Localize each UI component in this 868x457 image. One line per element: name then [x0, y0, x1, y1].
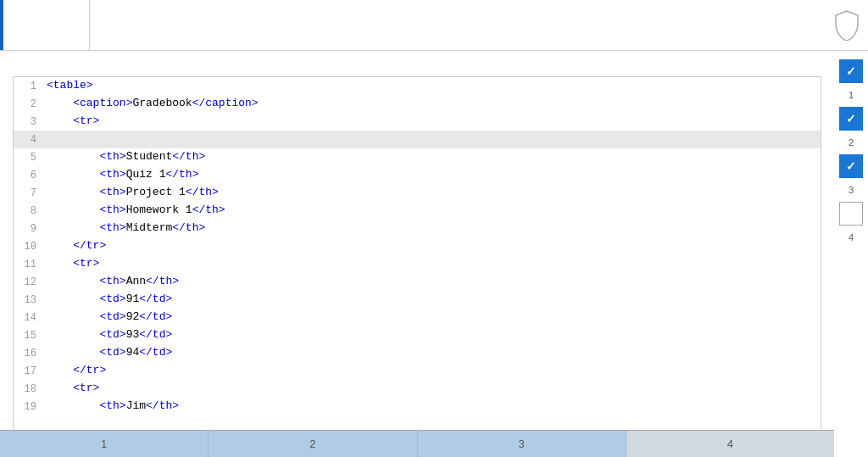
code-line[interactable]: 19 <th>Jim</th>	[14, 398, 821, 415]
steps-sidebar: 1 2 3 4	[834, 51, 868, 242]
line-content[interactable]: <tr>	[43, 255, 821, 273]
line-number: 1	[14, 77, 43, 95]
line-number: 17	[14, 362, 43, 380]
line-content[interactable]: <caption>Gradebook</caption>	[43, 95, 821, 113]
code-editor[interactable]: 1<table>2 <caption>Gradebook</caption>3 …	[13, 76, 821, 457]
shield-icon-container	[826, 0, 868, 50]
line-content[interactable]: <table>	[43, 77, 821, 95]
line-content[interactable]: <th>Project 1</th>	[43, 184, 821, 202]
step-1-label: 1	[849, 90, 854, 100]
line-content[interactable]: </tr>	[43, 362, 821, 380]
line-number: 18	[14, 380, 43, 398]
tab-4[interactable]: 4	[626, 431, 834, 457]
line-number: 2	[14, 95, 43, 113]
line-number: 11	[14, 255, 43, 273]
line-number: 13	[14, 291, 43, 309]
line-content[interactable]: </tr>	[43, 237, 821, 255]
line-content[interactable]: <th>Midterm</th>	[43, 220, 821, 237]
line-number: 4	[14, 131, 43, 148]
line-number: 14	[14, 309, 43, 326]
page-title	[89, 0, 826, 50]
code-line[interactable]: 13 <td>91</td>	[14, 291, 821, 309]
code-line[interactable]: 6 <th>Quiz 1</th>	[14, 166, 821, 184]
step-4-label: 4	[849, 232, 854, 242]
tab-1[interactable]: 1	[0, 431, 209, 457]
line-content[interactable]: <td>92</td>	[43, 309, 821, 326]
step-2-label: 2	[849, 137, 854, 148]
line-content[interactable]: <th>Quiz 1</th>	[43, 166, 821, 184]
line-content[interactable]: <tr>	[43, 113, 821, 131]
code-line[interactable]: 5 <th>Student</th>	[14, 148, 821, 166]
line-number: 8	[14, 202, 43, 220]
code-line[interactable]: 10 </tr>	[14, 237, 821, 255]
code-line[interactable]: 3 <tr>	[14, 113, 821, 131]
line-content[interactable]: <td>94</td>	[43, 344, 821, 362]
line-content[interactable]: <td>93</td>	[43, 326, 821, 344]
step-1-button[interactable]	[839, 59, 863, 83]
challenge-label	[0, 0, 89, 50]
code-line[interactable]: 11 <tr>	[14, 255, 821, 273]
code-line[interactable]: 7 <th>Project 1</th>	[14, 184, 821, 202]
code-line[interactable]: 12 <th>Ann</th>	[14, 273, 821, 291]
line-number: 15	[14, 326, 43, 344]
line-number: 16	[14, 344, 43, 362]
step-3-button[interactable]	[839, 154, 863, 178]
line-content[interactable]: <tr>	[43, 380, 821, 398]
line-number: 19	[14, 398, 43, 415]
tab-2[interactable]: 2	[209, 431, 417, 457]
shield-icon	[834, 10, 860, 41]
code-line[interactable]: 9 <th>Midterm</th>	[14, 220, 821, 237]
header	[0, 0, 868, 51]
code-line[interactable]: 14 <td>92</td>	[14, 309, 821, 326]
code-line[interactable]: 4	[14, 131, 821, 148]
line-content[interactable]: <th>Ann</th>	[43, 273, 821, 291]
bottom-tabs: 1234	[0, 430, 834, 457]
code-line[interactable]: 16 <td>94</td>	[14, 344, 821, 362]
step-4-button[interactable]	[839, 202, 863, 226]
line-number: 5	[14, 148, 43, 166]
code-line[interactable]: 1<table>	[14, 77, 821, 95]
line-content[interactable]: <th>Student</th>	[43, 148, 821, 166]
line-number: 10	[14, 237, 43, 255]
line-content[interactable]: <th>Jim</th>	[43, 398, 821, 415]
step-2-button[interactable]	[839, 107, 863, 131]
tab-3[interactable]: 3	[418, 431, 626, 457]
line-number: 9	[14, 220, 43, 237]
line-number: 12	[14, 273, 43, 291]
code-line[interactable]: 8 <th>Homework 1</th>	[14, 202, 821, 220]
line-content[interactable]	[43, 131, 821, 148]
line-content[interactable]: <th>Homework 1</th>	[43, 202, 821, 220]
step-3-label: 3	[849, 185, 854, 195]
code-line[interactable]: 2 <caption>Gradebook</caption>	[14, 95, 821, 113]
line-number: 3	[14, 113, 43, 131]
code-line[interactable]: 15 <td>93</td>	[14, 326, 821, 344]
main-content: 1<table>2 <caption>Gradebook</caption>3 …	[0, 51, 834, 457]
line-number: 7	[14, 184, 43, 202]
code-line[interactable]: 17 </tr>	[14, 362, 821, 380]
line-content[interactable]: <td>91</td>	[43, 291, 821, 309]
code-line[interactable]: 18 <tr>	[14, 380, 821, 398]
line-number: 6	[14, 166, 43, 184]
